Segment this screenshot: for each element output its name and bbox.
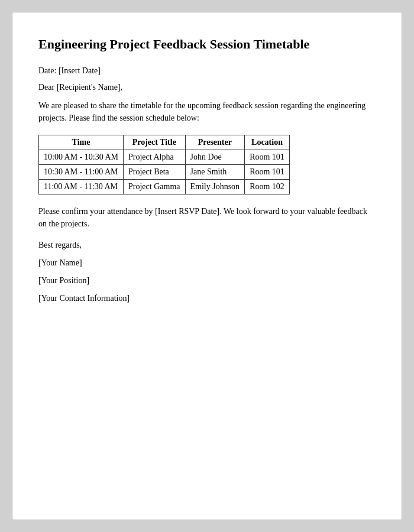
table-cell: Jane Smith xyxy=(185,164,245,179)
table-cell: 11:00 AM - 11:30 AM xyxy=(39,179,124,194)
table-header-row: Time Project Title Presenter Location xyxy=(39,135,290,150)
table-cell: 10:00 AM - 10:30 AM xyxy=(39,150,124,164)
table-row: 11:00 AM - 11:30 AMProject GammaEmily Jo… xyxy=(39,179,290,194)
table-cell: John Doe xyxy=(185,150,245,164)
table-cell: Room 101 xyxy=(245,164,290,179)
document-greeting: Dear [Recipient's Name], xyxy=(38,83,376,92)
document-intro: We are pleased to share the timetable fo… xyxy=(38,99,376,124)
rsvp-text: Please confirm your attendance by [Inser… xyxy=(38,205,376,230)
table-row: 10:30 AM - 11:00 AMProject BetaJane Smit… xyxy=(39,164,290,179)
your-name: [Your Name] xyxy=(38,258,376,268)
document-title: Engineering Project Feedback Session Tim… xyxy=(38,36,376,53)
table-cell: Emily Johnson xyxy=(185,179,245,194)
table-row: 10:00 AM - 10:30 AMProject AlphaJohn Doe… xyxy=(39,150,290,164)
col-header-presenter: Presenter xyxy=(185,135,245,150)
table-cell: 10:30 AM - 11:00 AM xyxy=(39,164,124,179)
table-cell: Project Gamma xyxy=(124,179,185,194)
col-header-project: Project Title xyxy=(124,135,185,150)
table-cell: Project Beta xyxy=(124,164,185,179)
table-cell: Room 101 xyxy=(245,150,290,164)
schedule-table: Time Project Title Presenter Location 10… xyxy=(38,135,290,194)
your-contact: [Your Contact Information] xyxy=(38,294,376,303)
your-position: [Your Position] xyxy=(38,276,376,286)
regards-text: Best regards, xyxy=(38,241,376,250)
document-date: Date: [Insert Date] xyxy=(38,66,376,76)
col-header-location: Location xyxy=(245,135,290,150)
col-header-time: Time xyxy=(39,135,124,150)
document-container: Engineering Project Feedback Session Tim… xyxy=(12,12,402,520)
table-cell: Project Alpha xyxy=(124,150,185,164)
table-cell: Room 102 xyxy=(245,179,290,194)
